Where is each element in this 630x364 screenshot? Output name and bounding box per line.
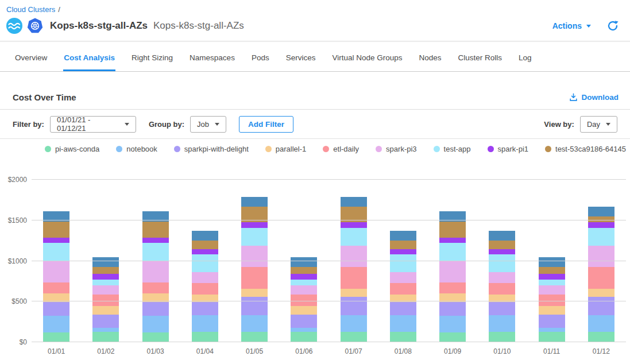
legend-item-parallel-1[interactable]: parallel-1 bbox=[265, 145, 306, 153]
bar-segment-pi-aws-conda bbox=[43, 332, 69, 342]
bar-01/04[interactable] bbox=[192, 180, 218, 342]
bar-01/11[interactable] bbox=[539, 180, 565, 342]
bar-segment-parallel-1 bbox=[341, 289, 367, 297]
tab-namespaces[interactable]: Namespaces bbox=[189, 53, 235, 71]
bar-01/06[interactable] bbox=[291, 180, 317, 342]
legend-item-pi-aws-conda[interactable]: pi-aws-conda bbox=[45, 145, 99, 153]
legend-item-spark-pi3[interactable]: spark-pi3 bbox=[376, 145, 416, 153]
bar-segment-spark-pi3 bbox=[43, 261, 69, 282]
bar-segment-test-pkix bbox=[241, 197, 268, 207]
tab-pods[interactable]: Pods bbox=[251, 53, 270, 71]
bar-segment-test-pkix bbox=[341, 197, 367, 207]
page-subtitle: Kops-k8s-stg-all-AZs bbox=[153, 20, 244, 32]
bar-segment-notebook bbox=[241, 315, 268, 331]
legend-color-dot bbox=[323, 146, 329, 152]
bar-segment-sparkpi-with-delight bbox=[539, 315, 565, 328]
legend-label: etl-daily bbox=[333, 145, 359, 153]
refresh-icon[interactable] bbox=[607, 20, 619, 32]
tab-log[interactable]: Log bbox=[518, 53, 532, 71]
gridline bbox=[32, 301, 626, 301]
bar-segment-test-app bbox=[92, 280, 119, 285]
legend-item-spark-pi1[interactable]: spark-pi1 bbox=[488, 145, 528, 153]
tab-cluster-rolls[interactable]: Cluster Rolls bbox=[458, 53, 503, 71]
bar-segment-pi-aws-conda bbox=[341, 332, 367, 342]
bar-segment-test-53ca9186-64145 bbox=[142, 222, 169, 238]
bar-segment-etl-daily bbox=[439, 282, 466, 293]
legend-label: spark-pi1 bbox=[498, 145, 528, 153]
bar-segment-spark-pi3 bbox=[241, 246, 268, 267]
legend-item-test-53ca9186-64145[interactable]: test-53ca9186-64145 bbox=[545, 145, 626, 153]
actions-button[interactable]: Actions bbox=[552, 21, 591, 30]
gridline bbox=[32, 342, 626, 342]
tab-services[interactable]: Services bbox=[285, 53, 316, 71]
bar-01/08[interactable] bbox=[390, 180, 416, 342]
bar-segment-notebook bbox=[439, 316, 466, 332]
group-by-label: Group by: bbox=[149, 120, 184, 129]
tab-right-sizing[interactable]: Right Sizing bbox=[131, 53, 173, 71]
breadcrumb-link-cloud-clusters[interactable]: Cloud Clusters bbox=[6, 5, 55, 14]
bar-segment-test-app bbox=[489, 254, 515, 272]
bar-segment-test-53ca9186-64145 bbox=[489, 241, 515, 249]
bar-segment-notebook bbox=[142, 316, 169, 332]
tab-nodes[interactable]: Nodes bbox=[419, 53, 442, 71]
bar-01/10[interactable] bbox=[489, 180, 515, 342]
bar-segment-test-app bbox=[241, 228, 268, 246]
bar-segment-spark-pi3 bbox=[192, 272, 218, 282]
bar-slot bbox=[131, 180, 180, 342]
group-by-select[interactable]: Job bbox=[190, 116, 226, 133]
x-tick-label: 01/05 bbox=[230, 347, 279, 355]
date-range-select[interactable]: 01/01/21 - 01/12/21 bbox=[50, 116, 136, 133]
tab-cost-analysis[interactable]: Cost Analysis bbox=[63, 53, 115, 71]
bar-segment-test-pkix bbox=[92, 257, 119, 268]
bar-01/07[interactable] bbox=[341, 180, 367, 342]
legend-label: test-app bbox=[444, 145, 471, 153]
bar-01/09[interactable] bbox=[439, 180, 466, 342]
legend-item-notebook[interactable]: notebook bbox=[116, 145, 157, 153]
bar-segment-sparkpi-with-delight bbox=[439, 302, 466, 316]
bar-segment-notebook bbox=[192, 315, 218, 331]
bar-segment-test-53ca9186-64145 bbox=[43, 222, 69, 238]
bar-segment-spark-pi1 bbox=[489, 249, 515, 254]
bar-segment-test-app bbox=[439, 243, 466, 261]
legend-item-sparkpi-with-delight[interactable]: sparkpi-with-delight bbox=[174, 145, 249, 153]
bar-segment-spark-pi3 bbox=[142, 261, 169, 282]
bar-01/01[interactable] bbox=[43, 180, 69, 342]
x-tick-label: 01/07 bbox=[329, 347, 378, 355]
add-filter-button[interactable]: Add Filter bbox=[239, 116, 293, 133]
view-by-select[interactable]: Day bbox=[580, 116, 617, 133]
filter-bar: Filter by: 01/01/21 - 01/12/21 Group by:… bbox=[0, 110, 630, 139]
tab-virtual-node-groups[interactable]: Virtual Node Groups bbox=[331, 53, 403, 71]
bar-segment-etl-daily bbox=[341, 267, 367, 289]
chevron-down-icon bbox=[586, 25, 591, 28]
bar-segment-etl-daily bbox=[241, 267, 268, 289]
x-tick-label: 01/09 bbox=[428, 347, 477, 355]
bar-segment-sparkpi-with-delight bbox=[241, 297, 268, 315]
bar-01/05[interactable] bbox=[241, 180, 268, 342]
bar-segment-test-53ca9186-64145 bbox=[92, 267, 119, 274]
bar-01/02[interactable] bbox=[92, 180, 119, 342]
legend-item-test-app[interactable]: test-app bbox=[434, 145, 471, 153]
view-by-label: View by: bbox=[544, 120, 574, 129]
legend-label: test-53ca9186-64145 bbox=[555, 145, 626, 153]
bar-segment-pi-aws-conda bbox=[489, 332, 515, 342]
group-by-value: Job bbox=[197, 120, 209, 129]
bar-segment-sparkpi-with-delight bbox=[92, 315, 119, 328]
legend-item-etl-daily[interactable]: etl-daily bbox=[323, 145, 359, 153]
bar-slot bbox=[428, 180, 477, 342]
bar-segment-test-app bbox=[43, 243, 69, 261]
x-tick-label: 01/11 bbox=[527, 347, 577, 355]
download-button[interactable]: Download bbox=[569, 93, 619, 102]
legend-color-dot bbox=[174, 146, 180, 152]
bar-01/12[interactable] bbox=[588, 180, 614, 342]
bar-segment-parallel-1 bbox=[539, 306, 565, 315]
bar-01/03[interactable] bbox=[142, 180, 169, 342]
legend-label: sparkpi-with-delight bbox=[184, 145, 249, 153]
bar-segment-sparkpi-with-delight bbox=[489, 302, 515, 315]
legend-label: spark-pi3 bbox=[386, 145, 416, 153]
x-axis: 01/0101/0201/0301/0401/0501/0601/0701/08… bbox=[32, 347, 626, 355]
bar-segment-spark-pi3 bbox=[539, 285, 565, 295]
bar-segment-pi-aws-conda bbox=[588, 332, 614, 342]
tab-overview[interactable]: Overview bbox=[14, 53, 48, 71]
bar-segment-test-pkix bbox=[192, 231, 218, 241]
bar-segment-test-53ca9186-64145 bbox=[192, 241, 218, 249]
